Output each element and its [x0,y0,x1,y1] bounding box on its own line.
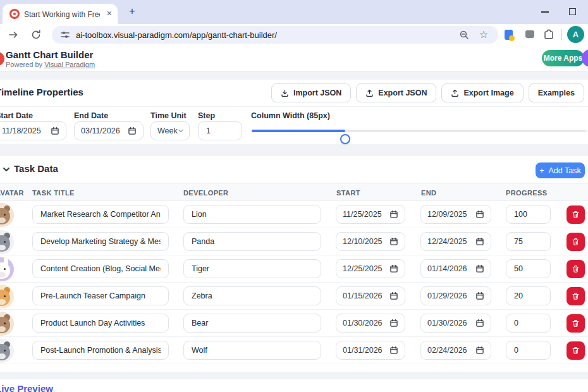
time-unit-select[interactable]: Week [150,121,190,140]
reload-icon[interactable] [30,29,42,40]
export-json-button[interactable]: Export JSON [356,83,436,102]
bookmark-star-icon[interactable]: ☆ [479,28,488,40]
progress-input[interactable] [506,259,551,278]
delete-task-button[interactable] [567,341,585,360]
user-avatar[interactable] [582,49,588,67]
calendar-icon[interactable] [475,291,484,300]
start-date-value: 11/18/2025 [2,126,41,135]
export-image-button[interactable]: Export Image [441,83,523,102]
avatar-eye [4,214,6,216]
progress-input[interactable] [506,314,551,333]
collapse-chevron-icon[interactable] [3,166,10,173]
calendar-icon[interactable] [389,319,398,328]
avatar-bear[interactable] [0,203,14,227]
calendar-icon[interactable] [128,126,137,135]
calendar-icon[interactable] [475,237,484,246]
developer-input[interactable] [183,205,321,224]
trash-icon [572,211,580,219]
task-title-input[interactable] [32,205,169,224]
start-date-input[interactable]: 01/30/2026 [336,314,405,333]
more-apps-button[interactable]: More Apps [542,50,584,66]
progress-input[interactable] [506,205,551,224]
end-date-input[interactable]: 12/09/2025 [420,205,491,224]
column-width-slider[interactable] [252,121,588,140]
developer-input[interactable] [183,286,321,305]
start-date-input[interactable]: 12/25/2025 [336,259,405,278]
calendar-icon[interactable] [475,264,484,273]
progress-input[interactable] [506,286,551,305]
drive-extension-icon[interactable] [505,30,513,40]
calendar-icon[interactable] [389,264,398,273]
chat-extension-icon[interactable] [525,30,534,38]
start-date-value: 01/31/2026 [343,346,383,355]
calendar-icon[interactable] [475,346,484,355]
slider-thumb[interactable] [340,134,350,144]
task-title-input[interactable] [32,314,169,333]
end-date-input[interactable]: 03/11/2026 [74,121,144,140]
avatar-wolf[interactable] [0,230,14,254]
browser-tab[interactable]: Start Working with Free Online × [3,4,118,24]
avatar-cat[interactable] [0,285,14,309]
task-title-input[interactable] [32,259,169,278]
tab-close-icon[interactable]: × [107,8,112,18]
forward-icon[interactable] [8,29,19,40]
developer-input[interactable] [183,259,321,278]
start-date-input[interactable]: 01/31/2026 [336,341,405,360]
end-date-input[interactable]: 01/29/2026 [420,286,491,305]
calendar-icon[interactable] [475,210,484,219]
task-title-input[interactable] [32,232,169,251]
delete-task-button[interactable] [567,205,585,224]
end-date-input[interactable]: 02/24/2026 [420,341,491,360]
window-maximize-icon[interactable] [569,8,576,15]
avatar-wolf[interactable] [0,339,14,363]
start-date-input[interactable]: 01/15/2026 [336,286,405,305]
window-minimize-icon[interactable] [541,11,549,13]
calendar-icon[interactable] [389,291,398,300]
extensions-icon[interactable] [543,29,554,40]
avatar-eye [4,241,6,243]
calendar-icon[interactable] [51,126,59,135]
powered-by: Powered by Visual Paradigm [6,61,95,68]
visual-paradigm-link[interactable]: Visual Paradigm [44,61,95,68]
avatar-rabbit[interactable] [0,257,14,281]
task-title-input[interactable] [32,341,169,360]
start-date-input[interactable]: 12/10/2025 [336,232,405,251]
import-json-button[interactable]: Import JSON [271,83,351,102]
delete-task-button[interactable] [567,260,585,278]
slider-track[interactable] [252,130,587,132]
app-title: Gantt Chart Builder [6,49,93,60]
developer-input[interactable] [183,314,321,333]
start-date-input[interactable]: 11/25/2025 [336,205,405,224]
avatar-bear[interactable] [0,312,14,336]
step-input[interactable] [198,121,242,140]
end-date-input[interactable]: 01/30/2026 [420,314,491,333]
url-text: ai-toolbox.visual-paradigm.com/app/gantt… [76,30,277,40]
calendar-icon[interactable] [389,237,398,246]
task-data-section: Task Data + Add Task AVATAR TASK TITLE D… [0,156,588,372]
progress-input[interactable] [506,341,551,360]
add-task-button[interactable]: + Add Task [536,162,585,178]
examples-button[interactable]: Examples [529,83,584,102]
end-date-input[interactable]: 12/24/2025 [420,232,491,251]
progress-input[interactable] [506,232,551,251]
end-date-input[interactable]: 01/14/2026 [420,259,491,278]
delete-task-button[interactable] [567,314,585,333]
calendar-icon[interactable] [389,210,398,219]
developer-input[interactable] [183,232,321,251]
profile-avatar[interactable]: A [567,26,584,43]
task-title-input[interactable] [32,286,169,305]
calendar-icon[interactable] [475,319,484,328]
plus-icon: + [539,166,544,175]
calendar-icon[interactable] [389,346,398,355]
trash-icon [572,238,580,246]
delete-task-button[interactable] [567,287,585,305]
developer-input[interactable] [183,341,321,360]
delete-task-button[interactable] [567,233,585,251]
zoom-out-icon[interactable] [459,30,469,40]
start-date-input[interactable]: 11/18/2025 [0,121,66,140]
address-bar[interactable]: ai-toolbox.visual-paradigm.com/app/gantt… [52,26,498,44]
step-label: Step [198,111,215,120]
table-row: 01/15/2026 01/29/2026 [0,283,588,310]
site-settings-icon[interactable] [60,30,70,40]
new-tab-button[interactable]: + [129,5,135,18]
